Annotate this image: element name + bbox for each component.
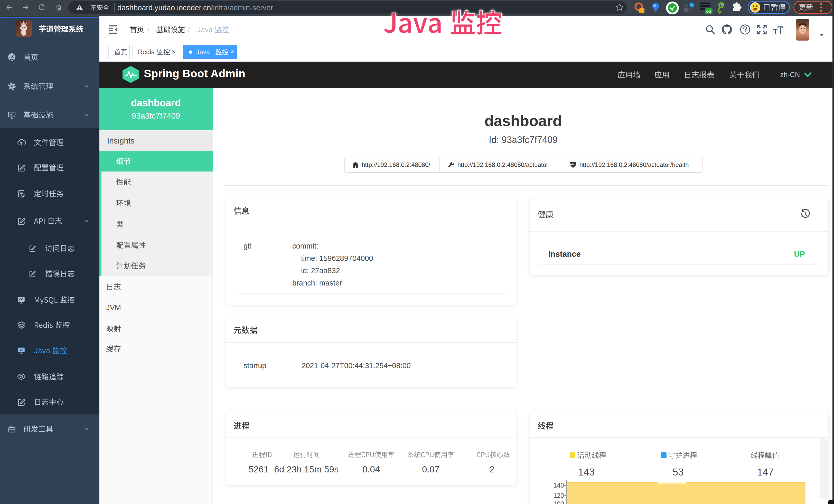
svg-text:1: 1 — [641, 9, 643, 13]
svg-text:on: on — [706, 9, 711, 13]
